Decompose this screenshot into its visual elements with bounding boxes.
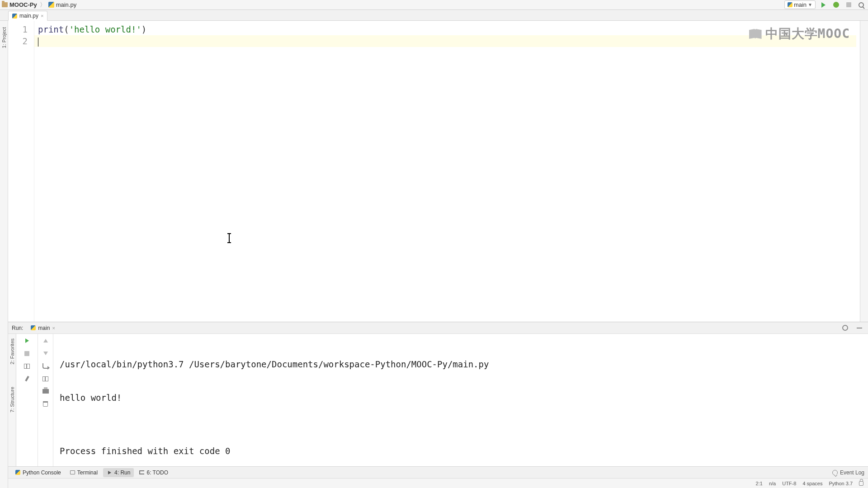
event-log-button[interactable]: Event Log <box>832 469 864 476</box>
bubble-icon <box>832 470 838 475</box>
tool-tab-structure-label: 7: Structure <box>9 387 15 413</box>
breadcrumb-project[interactable]: MOOC-Py <box>2 1 37 8</box>
search-icon <box>859 2 864 8</box>
up-button[interactable] <box>41 337 50 345</box>
tool-tab-favorites-label: 2: Favorites <box>9 338 15 364</box>
run-tool-window: Run: main × 2: Favorites 7: Structure <box>8 322 868 466</box>
breadcrumb-file-label: main.py <box>56 1 77 8</box>
tab-run[interactable]: 4: Run <box>103 468 134 477</box>
run-output[interactable]: /usr/local/bin/python3.7 /Users/barytone… <box>53 334 868 466</box>
tab-python-console[interactable]: Python Console <box>12 468 65 477</box>
current-line-highlight <box>34 35 856 47</box>
run-config-selector[interactable]: main ▼ <box>784 0 816 9</box>
line-number: 2 <box>11 35 28 47</box>
stop-run-button[interactable] <box>23 349 32 357</box>
token-keyword: print <box>38 24 64 34</box>
code-area[interactable]: print('hello world!') 中国大学MOOC <box>34 21 860 322</box>
minimize-icon <box>857 328 862 328</box>
scroll-to-end-button[interactable] <box>41 375 50 383</box>
text-caret <box>38 38 38 47</box>
python-file-icon <box>12 14 17 19</box>
softwrap-button[interactable] <box>41 362 50 370</box>
tool-tab-favorites[interactable]: 2: Favorites <box>9 336 15 367</box>
mouse-ibeam-cursor <box>229 233 230 243</box>
interpreter[interactable]: Python 3.7 <box>829 481 853 486</box>
wrap-icon <box>42 363 49 369</box>
arrow-up-icon <box>43 339 48 343</box>
folder-icon <box>2 2 8 7</box>
tool-tab-structure[interactable]: 7: Structure <box>9 384 15 415</box>
left-tool-stripe: 1: Project <box>0 21 8 488</box>
scroll-icon <box>42 376 48 381</box>
output-command: /usr/local/bin/python3.7 /Users/barytone… <box>60 357 862 371</box>
python-icon <box>31 325 36 330</box>
play-icon <box>25 338 29 343</box>
token-string: ' <box>136 24 141 34</box>
status-na: n/a <box>769 481 776 486</box>
print-icon <box>42 389 49 394</box>
clear-button[interactable] <box>41 400 50 408</box>
caret-position[interactable]: 2:1 <box>756 481 763 486</box>
list-icon <box>139 470 144 474</box>
breadcrumb-project-label: MOOC-Py <box>9 1 37 8</box>
output-exit: Process finished with exit code 0 <box>60 444 862 458</box>
python-icon <box>788 2 793 7</box>
line-number-gutter: 1 2 <box>8 21 34 322</box>
debug-button[interactable] <box>831 0 841 9</box>
run-header-config[interactable]: main × <box>28 324 58 333</box>
tab-label: Python Console <box>23 469 61 476</box>
right-gutter <box>860 21 868 322</box>
print-button[interactable] <box>41 387 50 395</box>
editor-tab-main[interactable]: main.py × <box>8 11 47 21</box>
run-hide-button[interactable] <box>854 324 864 333</box>
arrow-down-icon <box>43 352 48 355</box>
navigation-bar: MOOC-Py 〉 main.py main ▼ <box>0 0 868 10</box>
run-settings-button[interactable] <box>840 324 850 333</box>
rerun-button[interactable] <box>23 337 32 345</box>
close-icon[interactable]: × <box>41 13 43 19</box>
run-side-toolbar <box>16 334 38 466</box>
ide-root: MOOC-Py 〉 main.py main ▼ main.py × 1: Pr… <box>0 0 868 488</box>
main-area: 1: Project 1 2 print('hello world!') 中国大… <box>0 21 868 488</box>
editor-wrap: 1 2 print('hello world!') 中国大学MOOC <box>8 21 868 488</box>
status-bar: 2:1 n/a UTF-8 4 spaces Python 3.7 <box>8 478 868 488</box>
pin-icon <box>25 376 29 381</box>
bug-icon <box>833 2 839 8</box>
breadcrumb-file[interactable]: main.py <box>48 1 77 8</box>
pin-button[interactable] <box>23 375 32 383</box>
terminal-icon <box>70 470 75 474</box>
tool-tab-project-label: 1: Project <box>1 27 7 48</box>
token-string: ' <box>69 24 74 34</box>
close-icon[interactable]: × <box>52 325 55 331</box>
token-string: hello world! <box>74 24 136 34</box>
stop-button[interactable] <box>844 0 854 9</box>
code-editor[interactable]: 1 2 print('hello world!') 中国大学MOOC <box>8 21 868 322</box>
run-header-config-label: main <box>38 325 50 331</box>
token-paren: ( <box>64 24 69 34</box>
tab-todo[interactable]: 6: TODO <box>136 468 172 477</box>
play-icon <box>821 2 826 8</box>
down-button[interactable] <box>41 349 50 357</box>
code-line-1[interactable]: print('hello world!') <box>38 23 860 35</box>
lock-icon[interactable] <box>859 481 863 486</box>
editor-tab-label: main.py <box>19 13 38 19</box>
token-paren: ) <box>142 24 146 34</box>
stop-icon <box>846 2 851 7</box>
tool-tab-project[interactable]: 1: Project <box>1 24 7 51</box>
indent-settings[interactable]: 4 spaces <box>802 481 822 486</box>
run-button[interactable] <box>818 0 828 9</box>
editor-tabs: main.py × <box>0 10 868 21</box>
stop-icon <box>24 351 29 356</box>
play-icon <box>107 470 112 475</box>
search-everywhere-button[interactable] <box>856 0 866 9</box>
tab-label: Terminal <box>77 469 98 476</box>
layout-button[interactable] <box>23 362 32 370</box>
chevron-down-icon: ▼ <box>808 2 812 7</box>
layout-icon <box>24 364 30 369</box>
tab-terminal[interactable]: Terminal <box>66 468 101 477</box>
file-encoding[interactable]: UTF-8 <box>782 481 796 486</box>
event-log-label: Event Log <box>840 469 864 476</box>
run-config-label: main <box>794 1 807 8</box>
run-side-toolbar-2 <box>38 334 53 466</box>
left-tool-stripe-lower: 2: Favorites 7: Structure <box>8 334 16 466</box>
